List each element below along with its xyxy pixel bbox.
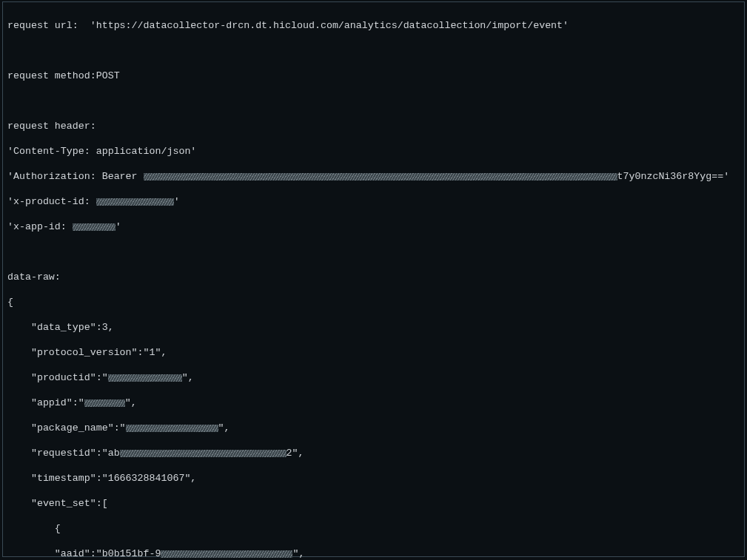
request-url-label: request url: xyxy=(7,20,90,31)
censored-appid xyxy=(84,399,125,407)
appid-line: "appid":"", xyxy=(7,397,740,409)
request-url-line: request url: 'https://datacollector-drcn… xyxy=(7,19,740,32)
data-type-line: "data_type":3, xyxy=(7,321,740,334)
censored-app-id xyxy=(73,223,115,231)
json-open: { xyxy=(7,296,740,308)
productid-line: "productid":"", xyxy=(7,371,740,384)
censored-aaid xyxy=(161,550,292,558)
request-header-label: request header: xyxy=(7,120,740,132)
timestamp-line: "timestamp":"1666328841067", xyxy=(7,472,740,485)
data-raw-label: data-raw: xyxy=(7,271,740,283)
censored-productid xyxy=(108,374,182,382)
aaid-line: "aaid":"b0b151bf-9", xyxy=(7,547,740,560)
event-set-open: "event_set":[ xyxy=(7,497,740,510)
censored-package xyxy=(126,425,218,432)
header-content-type: 'Content-Type: application/json' xyxy=(7,145,740,158)
header-authorization: 'Authorization: Bearer t7y0nzcNi36r8Yyg=… xyxy=(7,170,740,183)
request-method-line: request method:POST xyxy=(7,70,740,82)
censored-product-id xyxy=(96,198,174,206)
header-x-product-id: 'x-product-id: ' xyxy=(7,195,740,208)
protocol-version-line: "protocol_version":"1", xyxy=(7,346,740,359)
censored-token xyxy=(144,173,617,181)
header-x-app-id: 'x-app-id: ' xyxy=(7,220,740,233)
requestid-line: "requestid":"ab2", xyxy=(7,447,740,459)
request-method-label: request method: xyxy=(7,70,96,81)
request-url-value: 'https://datacollector-drcn.dt.hicloud.c… xyxy=(90,20,569,31)
request-method-value: POST xyxy=(96,70,120,81)
package-name-line: "package_name":"", xyxy=(7,422,740,434)
event-set-item-open: { xyxy=(7,522,740,535)
censored-requestid xyxy=(120,450,287,457)
terminal-output: request url: 'https://datacollector-drcn… xyxy=(2,1,745,557)
